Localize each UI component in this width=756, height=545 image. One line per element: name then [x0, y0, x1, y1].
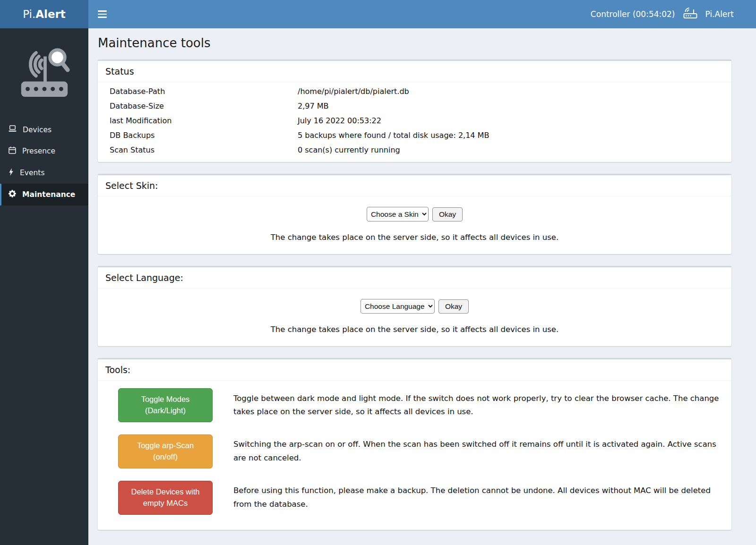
hamburger-icon	[98, 17, 107, 18]
laptop-icon	[9, 125, 17, 134]
delete-empty-macs-button[interactable]: Delete Devices with empty MACs	[118, 481, 213, 515]
controller-timer: Controller (00:54:02)	[591, 9, 675, 19]
page-title: Maintenance tools	[98, 36, 731, 50]
sidebar-item-maintenance[interactable]: Maintenance	[0, 184, 88, 205]
device-name: Pi.Alert	[705, 9, 734, 19]
language-okay-button[interactable]: Okay	[438, 299, 469, 314]
table-row: Database-Size 2,97 MB	[105, 99, 724, 113]
sidebar-item-devices[interactable]: Devices	[0, 119, 88, 140]
brand-logo[interactable]: Pi.Alert	[0, 0, 88, 28]
skin-okay-button[interactable]: Okay	[432, 207, 463, 221]
skin-note: The change takes place on the server sid…	[105, 233, 724, 242]
sidebar-item-label: Devices	[23, 126, 52, 134]
table-row: last Modification July 16 2022 00:53:22	[105, 113, 724, 128]
tools-body: Toggle Modes (Dark/Light) Toggle between…	[98, 381, 731, 530]
table-row: Database-Path /home/pi/pialert/db/pialer…	[105, 84, 724, 99]
sidebar-item-label: Presence	[22, 147, 55, 155]
status-row-value: 2,97 MB	[298, 102, 724, 111]
sidebar: Devices Presence	[0, 28, 88, 545]
status-row-label: Database-Size	[110, 102, 298, 111]
select-language-title: Select Language:	[98, 267, 731, 289]
navbar-right: Controller (00:54:02) Pi.Alert	[591, 8, 756, 21]
status-card-title: Status	[98, 61, 731, 82]
sidebar-item-presence[interactable]: Presence	[0, 140, 88, 162]
select-skin-title: Select Skin:	[98, 175, 731, 196]
skin-select[interactable]: Choose a Skin	[367, 207, 429, 221]
status-row-label: last Modification	[110, 116, 298, 125]
status-table: Database-Path /home/pi/pialert/db/pialer…	[98, 82, 731, 162]
tools-card: Tools: Toggle Modes (Dark/Light) Toggle …	[98, 358, 731, 530]
status-card: Status Database-Path /home/pi/pialert/db…	[98, 60, 731, 162]
table-row: Scan Status 0 scan(s) currently running	[105, 143, 724, 157]
select-language-card: Select Language: Choose Language Okay Th…	[98, 266, 731, 346]
sidebar-item-label: Events	[20, 169, 44, 177]
brand-light: Pi.	[23, 8, 35, 20]
main-content: Maintenance tools Status Database-Path /…	[88, 28, 756, 545]
hamburger-icon	[98, 10, 107, 12]
bolt-icon	[9, 168, 14, 178]
status-row-value: /home/pi/pialert/db/pialert.db	[298, 87, 724, 96]
app-window: Pi.Alert Controller (00:54:02) Pi.Alert	[0, 0, 756, 545]
sidebar-item-events[interactable]: Events	[0, 162, 88, 184]
hamburger-icon	[98, 14, 107, 15]
sidebar-toggle-button[interactable]	[91, 0, 113, 28]
brand-bold: Alert	[35, 8, 66, 20]
status-row-value: July 16 2022 00:53:22	[298, 116, 724, 125]
status-row-value: 5 backups where found / total disk usage…	[298, 131, 724, 140]
tool-row: Toggle Modes (Dark/Light) Toggle between…	[105, 388, 724, 422]
language-select[interactable]: Choose Language	[361, 299, 435, 314]
tools-title: Tools:	[98, 359, 731, 381]
table-row: DB Backups 5 backups where found / total…	[105, 128, 724, 143]
gear-icon	[9, 190, 16, 199]
tool-row: Delete Devices with empty MACs Before us…	[105, 481, 724, 515]
status-row-label: Database-Path	[110, 87, 298, 96]
pialert-logo	[0, 28, 88, 107]
top-navbar: Controller (00:54:02) Pi.Alert	[88, 0, 756, 28]
language-note: The change takes place on the server sid…	[105, 325, 724, 334]
select-language-body: Choose Language Okay The change takes pl…	[98, 289, 731, 346]
sidebar-menu: Devices Presence	[0, 119, 88, 205]
status-row-label: DB Backups	[110, 131, 298, 140]
status-row-value: 0 scan(s) currently running	[298, 145, 724, 154]
tool-row: Toggle arp-Scan (on/off) Switching the a…	[105, 434, 724, 468]
sidebar-item-label: Maintenance	[22, 190, 75, 199]
toggle-arpscan-button[interactable]: Toggle arp-Scan (on/off)	[118, 434, 213, 468]
toggle-modes-button[interactable]: Toggle Modes (Dark/Light)	[118, 388, 213, 422]
router-icon	[683, 8, 697, 21]
select-skin-body: Choose a Skin Okay The change takes plac…	[98, 196, 731, 254]
tool-description: Before using this function, please make …	[233, 484, 724, 511]
calendar-icon	[9, 146, 16, 156]
status-row-label: Scan Status	[110, 145, 298, 154]
tool-description: Toggle between dark mode and light mode.…	[233, 392, 724, 419]
tool-description: Switching the arp-scan on or off. When t…	[233, 438, 724, 465]
select-skin-card: Select Skin: Choose a Skin Okay The chan…	[98, 174, 731, 254]
